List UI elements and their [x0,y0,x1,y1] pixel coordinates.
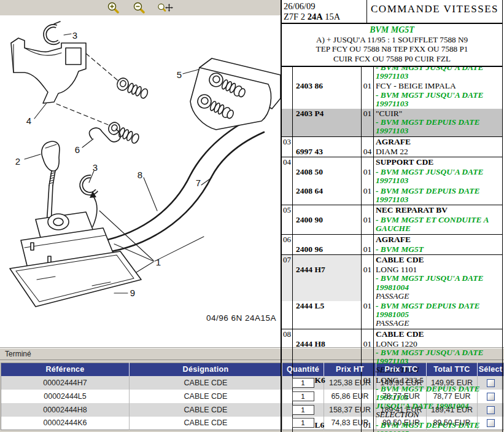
diagram-plate-code: 04/96 6N 24A15A [206,313,276,323]
part-row[interactable]: - BVM MG5T JUSQU'A DATE 19971103 [282,67,502,81]
part-reference[interactable]: 2408 50 [293,167,362,186]
part-description-line: CABLE CDE [376,330,502,339]
diagram-callout-3: 3 [93,162,98,173]
part-reference[interactable]: 2444 H7 [293,265,362,301]
part-reference[interactable]: 2403 86 [293,81,362,109]
part-row[interactable]: 2444 L501- BVM MG5T DEPUIS DATE 19981005… [282,301,502,329]
quantity-input[interactable] [292,391,314,401]
part-description-line: LONG 1101 [376,265,502,274]
part-reference[interactable] [293,67,362,81]
part-quantity: 04 [362,147,374,157]
cable-end-boot-a [115,76,150,100]
part-row[interactable]: 2400 9001- BVM MG5T ET CONDUITE A GAUCHE [282,215,502,234]
part-description: FCY - BEIGE IMPALA- BVM MG5T JUSQU'A DAT… [374,81,502,109]
diagram-canvas[interactable]: 04/96 6N 24A15A 3542638719 [0,15,281,347]
part-item-number [282,67,293,81]
part-row[interactable]: 04SUPPORT CDE [282,157,502,167]
part-description-line: PASSAGE [376,319,502,328]
part-reference[interactable] [293,205,362,215]
part-block: 06AGRAFE2400 9601- BVM MG5T [282,234,502,254]
zoom-in-button[interactable] [106,2,122,14]
part-description: - BVM MG5T [374,245,502,254]
part-block: 07CABLE CDE2444 H701LONG 1101- BVM MG5T … [282,254,502,329]
part-item-number: 07 [282,255,293,265]
part-quantity [362,205,374,215]
select-checkbox[interactable] [487,393,495,401]
part-reference[interactable]: 2444 L5 [293,301,362,329]
part-reference[interactable]: 2400 90 [293,215,362,234]
part-description-line: - BVM MG5T JUSQU'A DATE 19981004 [376,274,502,291]
part-description: DIAM 22 [374,147,502,157]
select-checkbox[interactable] [487,419,495,427]
part-item-number [282,81,293,109]
part-row[interactable]: 05NEC REPARAT BV [282,205,502,215]
part-row[interactable]: 2444 H701LONG 1101- BVM MG5T JUSQU'A DAT… [282,265,502,301]
model-info-box: BVM MG5T A) + JUSQU'A 11/95 : 1 SOUFFLET… [282,24,502,67]
part-quantity: 01 [362,81,374,109]
diagram-toolbar [0,0,281,15]
part-row[interactable]: 2400 9601- BVM MG5T [282,245,502,254]
quantity-input[interactable] [292,378,314,388]
result-designation: CABLE CDE [130,403,282,417]
catalog-header: 26/06/09 Z7F 2 24A 15A COMMANDE VITESSES [282,0,502,24]
diagram-pane: 04/96 6N 24A15A 3542638719 [0,0,281,347]
install-arrow [90,191,97,227]
part-item-number: 03 [282,137,293,147]
part-reference[interactable] [293,157,362,167]
result-designation: CABLE CDE [130,390,282,403]
part-item-number [282,167,293,186]
model-info-line: CUIR FCX OU 7588 P0 CUIR FZL [282,54,502,63]
part-row[interactable]: 07CABLE CDE [282,255,502,265]
diagram-callout-1: 1 [156,257,161,267]
part-item-number [282,265,293,301]
part-description-line: - BVM MG5T JUSQU'A DATE 19971103 [376,67,502,81]
zoom-pan-button[interactable] [157,2,173,14]
part-quantity [362,235,374,245]
part-description-line: - BVM MG5T JUSQU'A DATE 19971103 [376,348,502,366]
quantity-input[interactable] [292,405,314,415]
part-row[interactable]: 6997 4304DIAM 22 [282,147,502,157]
part-item-number [282,147,293,157]
result-reference: 00002444H8 [1,403,130,417]
catalog-date: 26/06/09 [284,1,366,12]
part-description: - BVM MG5T ET CONDUITE A GAUCHE [374,215,502,234]
select-checkbox[interactable] [487,406,495,414]
part-row[interactable]: 03AGRAFE [282,137,502,147]
part-reference[interactable]: 2403 P4 [293,109,362,136]
part-reference[interactable]: 2408 64 [293,186,362,205]
model-name: BVM MG5T [282,25,502,35]
part-row[interactable]: 2408 5001- BVM MG5T JUSQU'A DATE 1997110… [282,167,502,186]
part-quantity: 01 [362,186,374,205]
part-quantity [362,67,374,81]
part-row[interactable]: 06AGRAFE [282,235,502,245]
quantity-input[interactable] [292,418,314,428]
part-description-line: "CUIR" [376,109,502,118]
part-quantity [362,157,374,167]
part-reference[interactable] [293,329,362,339]
part-description-line: - BVM MG5T ET CONDUITE A GAUCHE [376,216,502,233]
part-reference[interactable]: 2400 96 [293,245,362,254]
part-row[interactable]: 08CABLE CDE [282,329,502,339]
part-description: AGRAFE [374,137,502,147]
part-item-number: 04 [282,157,293,167]
zoom-out-button[interactable] [131,2,147,14]
select-checkbox[interactable] [487,379,495,387]
part-row[interactable]: 2403 8601FCY - BEIGE IMPALA- BVM MG5T JU… [282,81,502,109]
part-item-number [282,245,293,254]
part-item-number [282,109,293,136]
part-reference[interactable]: 6997 43 [293,147,362,157]
diagram-callout-2: 2 [15,156,20,167]
result-reference: 00002444K6 [1,417,130,430]
part-row[interactable]: 2403 P401"CUIR"- BVM MG5T DEPUIS DATE 19… [282,109,502,136]
part-quantity: 01 [362,301,374,329]
part-reference[interactable] [293,137,362,147]
part-quantity [362,137,374,147]
part-row[interactable]: 2408 6401- BVM MG5T DEPUIS DATE 19971103 [282,186,502,205]
results-column-header: Référence [1,363,130,376]
part-reference[interactable] [293,235,362,245]
part-reference[interactable] [293,255,362,265]
part-description-line: - BVM MG5T DEPUIS DATE 19971103 [376,187,502,204]
diagram-callout-6: 6 [75,144,80,155]
control-cables [92,124,264,254]
part-item-number [282,301,293,329]
